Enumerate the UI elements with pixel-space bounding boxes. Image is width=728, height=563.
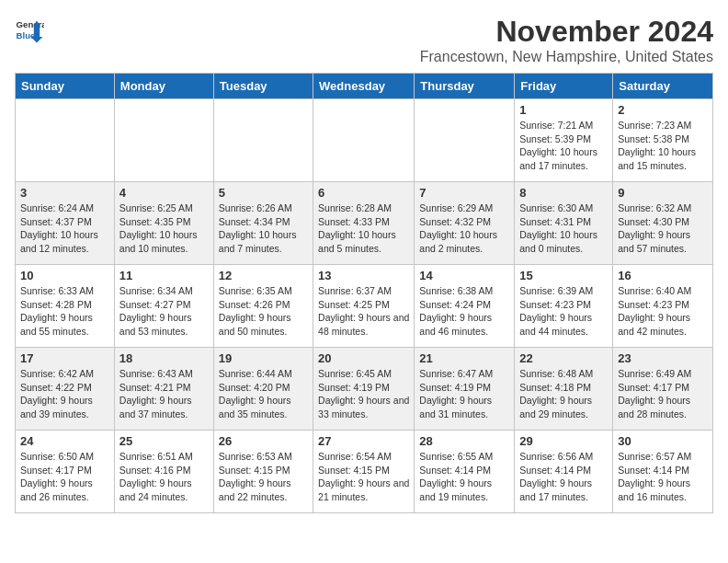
day-number: 1 (519, 103, 608, 117)
month-title: November 2024 (420, 15, 713, 49)
day-info: Sunrise: 6:43 AM Sunset: 4:21 PM Dayligh… (119, 367, 209, 421)
calendar-day-19: 19Sunrise: 6:44 AM Sunset: 4:20 PM Dayli… (213, 348, 313, 431)
calendar-day-20: 20Sunrise: 6:45 AM Sunset: 4:19 PM Dayli… (313, 348, 415, 431)
calendar-day-25: 25Sunrise: 6:51 AM Sunset: 4:16 PM Dayli… (114, 431, 213, 513)
day-number: 5 (219, 186, 308, 200)
day-info: Sunrise: 6:35 AM Sunset: 4:26 PM Dayligh… (219, 284, 308, 339)
day-number: 19 (219, 351, 308, 365)
day-number: 16 (618, 269, 708, 282)
day-info: Sunrise: 6:38 AM Sunset: 4:24 PM Dayligh… (419, 284, 509, 339)
day-number: 11 (119, 269, 209, 282)
day-number: 15 (519, 269, 608, 282)
day-info: Sunrise: 7:21 AM Sunset: 5:39 PM Dayligh… (519, 119, 608, 173)
calendar-day-empty (415, 99, 515, 182)
day-info: Sunrise: 6:29 AM Sunset: 4:32 PM Dayligh… (419, 201, 509, 256)
day-number: 18 (119, 351, 209, 365)
day-number: 27 (318, 434, 409, 448)
calendar-day-2: 2Sunrise: 7:23 AM Sunset: 5:38 PM Daylig… (613, 99, 713, 182)
weekday-header-thursday: Thursday (415, 74, 515, 99)
calendar-day-8: 8Sunrise: 6:30 AM Sunset: 4:31 PM Daylig… (515, 182, 613, 265)
calendar-day-12: 12Sunrise: 6:35 AM Sunset: 4:26 PM Dayli… (213, 265, 313, 348)
day-info: Sunrise: 6:49 AM Sunset: 4:17 PM Dayligh… (618, 367, 708, 421)
calendar-day-10: 10Sunrise: 6:33 AM Sunset: 4:28 PM Dayli… (16, 265, 115, 348)
day-info: Sunrise: 6:26 AM Sunset: 4:34 PM Dayligh… (219, 201, 308, 256)
day-info: Sunrise: 6:54 AM Sunset: 4:15 PM Dayligh… (318, 450, 409, 504)
calendar-day-3: 3Sunrise: 6:24 AM Sunset: 4:37 PM Daylig… (16, 182, 115, 265)
weekday-header-wednesday: Wednesday (313, 74, 415, 99)
day-number: 9 (618, 186, 708, 200)
calendar-day-9: 9Sunrise: 6:32 AM Sunset: 4:30 PM Daylig… (613, 182, 713, 265)
day-info: Sunrise: 6:37 AM Sunset: 4:25 PM Dayligh… (318, 284, 409, 339)
day-info: Sunrise: 7:23 AM Sunset: 5:38 PM Dayligh… (618, 119, 708, 173)
calendar-day-17: 17Sunrise: 6:42 AM Sunset: 4:22 PM Dayli… (16, 348, 115, 431)
day-info: Sunrise: 6:55 AM Sunset: 4:14 PM Dayligh… (419, 450, 509, 504)
day-info: Sunrise: 6:53 AM Sunset: 4:15 PM Dayligh… (219, 450, 308, 504)
day-number: 14 (419, 269, 509, 282)
day-number: 12 (219, 269, 308, 282)
day-number: 22 (519, 351, 608, 365)
day-info: Sunrise: 6:47 AM Sunset: 4:19 PM Dayligh… (419, 367, 509, 421)
day-number: 3 (20, 186, 109, 200)
calendar-week-row: 3Sunrise: 6:24 AM Sunset: 4:37 PM Daylig… (16, 182, 713, 265)
day-number: 7 (419, 186, 509, 200)
calendar-day-27: 27Sunrise: 6:54 AM Sunset: 4:15 PM Dayli… (313, 431, 415, 513)
day-info: Sunrise: 6:51 AM Sunset: 4:16 PM Dayligh… (119, 450, 209, 504)
day-info: Sunrise: 6:28 AM Sunset: 4:33 PM Dayligh… (318, 201, 409, 256)
weekday-header-monday: Monday (114, 74, 213, 99)
calendar-day-23: 23Sunrise: 6:49 AM Sunset: 4:17 PM Dayli… (613, 348, 713, 431)
day-number: 26 (219, 434, 308, 448)
day-info: Sunrise: 6:48 AM Sunset: 4:18 PM Dayligh… (519, 367, 608, 421)
svg-text:Blue: Blue (17, 30, 36, 40)
svg-text:General: General (17, 19, 44, 29)
location-title: Francestown, New Hampshire, United State… (420, 49, 713, 65)
day-number: 20 (318, 351, 409, 365)
logo: General Blue (15, 15, 44, 44)
calendar-day-empty (313, 99, 415, 182)
calendar-table: SundayMondayTuesdayWednesdayThursdayFrid… (15, 73, 713, 513)
calendar-day-14: 14Sunrise: 6:38 AM Sunset: 4:24 PM Dayli… (415, 265, 515, 348)
day-number: 29 (519, 434, 608, 448)
calendar-day-empty (213, 99, 313, 182)
day-info: Sunrise: 6:40 AM Sunset: 4:23 PM Dayligh… (618, 284, 708, 339)
calendar-day-26: 26Sunrise: 6:53 AM Sunset: 4:15 PM Dayli… (213, 431, 313, 513)
day-info: Sunrise: 6:32 AM Sunset: 4:30 PM Dayligh… (618, 201, 708, 256)
day-info: Sunrise: 6:30 AM Sunset: 4:31 PM Dayligh… (519, 201, 608, 256)
day-info: Sunrise: 6:45 AM Sunset: 4:19 PM Dayligh… (318, 367, 409, 421)
calendar-day-21: 21Sunrise: 6:47 AM Sunset: 4:19 PM Dayli… (415, 348, 515, 431)
calendar-day-11: 11Sunrise: 6:34 AM Sunset: 4:27 PM Dayli… (114, 265, 213, 348)
weekday-header-sunday: Sunday (16, 74, 115, 99)
calendar-day-4: 4Sunrise: 6:25 AM Sunset: 4:35 PM Daylig… (114, 182, 213, 265)
calendar-day-18: 18Sunrise: 6:43 AM Sunset: 4:21 PM Dayli… (114, 348, 213, 431)
day-number: 13 (318, 269, 409, 282)
weekday-header-friday: Friday (515, 74, 613, 99)
calendar-day-5: 5Sunrise: 6:26 AM Sunset: 4:34 PM Daylig… (213, 182, 313, 265)
weekday-header-tuesday: Tuesday (213, 74, 313, 99)
calendar-day-28: 28Sunrise: 6:55 AM Sunset: 4:14 PM Dayli… (415, 431, 515, 513)
day-number: 24 (20, 434, 109, 448)
calendar-header-row: SundayMondayTuesdayWednesdayThursdayFrid… (16, 74, 713, 99)
calendar-day-13: 13Sunrise: 6:37 AM Sunset: 4:25 PM Dayli… (313, 265, 415, 348)
calendar-day-16: 16Sunrise: 6:40 AM Sunset: 4:23 PM Dayli… (613, 265, 713, 348)
day-number: 30 (618, 434, 708, 448)
calendar-day-24: 24Sunrise: 6:50 AM Sunset: 4:17 PM Dayli… (16, 431, 115, 513)
page-header: General Blue November 2024 Francestown, … (15, 15, 713, 65)
day-info: Sunrise: 6:33 AM Sunset: 4:28 PM Dayligh… (20, 284, 109, 339)
calendar-day-15: 15Sunrise: 6:39 AM Sunset: 4:23 PM Dayli… (515, 265, 613, 348)
day-number: 8 (519, 186, 608, 200)
day-info: Sunrise: 6:44 AM Sunset: 4:20 PM Dayligh… (219, 367, 308, 421)
weekday-header-saturday: Saturday (613, 74, 713, 99)
day-info: Sunrise: 6:57 AM Sunset: 4:14 PM Dayligh… (618, 450, 708, 504)
logo-icon: General Blue (15, 15, 44, 44)
day-number: 28 (419, 434, 509, 448)
calendar-week-row: 10Sunrise: 6:33 AM Sunset: 4:28 PM Dayli… (16, 265, 713, 348)
day-number: 23 (618, 351, 708, 365)
day-info: Sunrise: 6:25 AM Sunset: 4:35 PM Dayligh… (119, 201, 209, 256)
day-number: 4 (119, 186, 209, 200)
title-area: November 2024 Francestown, New Hampshire… (420, 15, 713, 65)
day-info: Sunrise: 6:42 AM Sunset: 4:22 PM Dayligh… (20, 367, 109, 421)
calendar-day-1: 1Sunrise: 7:21 AM Sunset: 5:39 PM Daylig… (515, 99, 613, 182)
calendar-day-6: 6Sunrise: 6:28 AM Sunset: 4:33 PM Daylig… (313, 182, 415, 265)
day-info: Sunrise: 6:39 AM Sunset: 4:23 PM Dayligh… (519, 284, 608, 339)
calendar-day-29: 29Sunrise: 6:56 AM Sunset: 4:14 PM Dayli… (515, 431, 613, 513)
calendar-week-row: 24Sunrise: 6:50 AM Sunset: 4:17 PM Dayli… (16, 431, 713, 513)
